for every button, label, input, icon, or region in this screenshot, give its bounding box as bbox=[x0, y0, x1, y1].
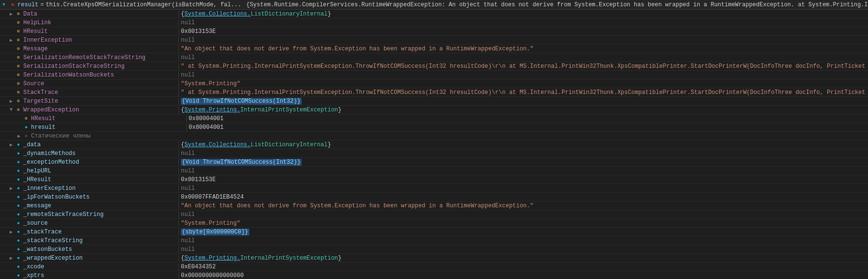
expand-btn[interactable]: ▶ bbox=[8, 37, 15, 43]
tree-row[interactable]: ▶⚙ InnerException null bbox=[0, 36, 868, 45]
field-name: TargetSite bbox=[23, 98, 178, 105]
field-value: {System.Printing.InternalPrintSystemExce… bbox=[181, 255, 341, 262]
tree-row[interactable]: ⚙ Source "System.Printing" bbox=[0, 79, 868, 88]
tree-row[interactable]: ◆ _source "System.Printing" bbox=[0, 219, 868, 228]
tree-row[interactable]: ▶◆ _data {System.Collections.ListDiction… bbox=[0, 140, 868, 149]
expand-btn[interactable]: ▶ bbox=[8, 255, 15, 261]
property-icon: ⚙ bbox=[15, 89, 22, 96]
expand-btn[interactable]: ▶ bbox=[8, 142, 15, 148]
field-name: _exceptionMethod bbox=[23, 159, 178, 166]
tree-row[interactable]: ⚙ HResult 0x8013153E bbox=[0, 27, 868, 36]
tree-row[interactable]: ⚙ StackTrace " at System.Printing.Intern… bbox=[0, 88, 868, 97]
tree-row[interactable]: ▶⚙ TargetSite {Void ThrowIfNotCOMSuccess… bbox=[0, 97, 868, 106]
expand-btn[interactable]: ▶ bbox=[8, 11, 15, 17]
property-icon: ⚙ bbox=[15, 28, 22, 35]
exception-text: {System.Runtime.CompilerServices.Runtime… bbox=[242, 1, 868, 8]
expand-btn[interactable]: ▶ bbox=[16, 133, 22, 139]
field-icon: ◆ bbox=[22, 124, 30, 131]
field-value: "System.Printing" bbox=[181, 80, 240, 87]
tree-row[interactable]: ◆ _ipForWatsonBuckets 0x00007FFAD1EB4524 bbox=[0, 193, 868, 202]
field-value-col: null bbox=[178, 72, 868, 78]
debugger-window: ▼ ✕ result = this.CreateXpsOMSerializati… bbox=[0, 0, 868, 279]
error-icon: ✕ bbox=[9, 1, 16, 8]
field-value: 0x8013153E bbox=[181, 28, 216, 35]
field-name: _HResult bbox=[23, 176, 178, 183]
property-icon: ⚙ bbox=[15, 63, 22, 70]
field-value-col: {Void ThrowIfNotCOMSuccess(Int32)} bbox=[178, 159, 868, 166]
tree-row[interactable]: ◆ _stackTraceString null bbox=[0, 236, 868, 245]
property-icon: ⚙ bbox=[22, 115, 30, 122]
field-value-col: "System.Printing" bbox=[178, 220, 868, 227]
field-name: SerializationWatsonBuckets bbox=[23, 72, 178, 78]
tree-row[interactable]: ◆ _xcode 0xE0434352 bbox=[0, 263, 868, 271]
field-value: 0x8013153E bbox=[181, 176, 216, 183]
field-name: _source bbox=[23, 220, 178, 227]
field-value: 0xE0434352 bbox=[181, 264, 216, 270]
field-name: _remoteStackTraceString bbox=[23, 211, 178, 218]
field-value-col: 0x80004001 bbox=[186, 124, 868, 131]
tree-row[interactable]: ▶◆ _stackTrace {sbyte[0x000000C0]} bbox=[0, 228, 868, 236]
field-value-col: " at System.Printing.InternalPrintSystem… bbox=[178, 89, 868, 96]
field-value-col: null bbox=[178, 211, 868, 218]
field-value-col: 0x0000000000000000 bbox=[178, 272, 868, 279]
tree-row[interactable]: ◆ _helpURL null bbox=[0, 167, 868, 175]
field-value: null bbox=[181, 54, 195, 61]
property-icon: ⚙ bbox=[15, 11, 22, 17]
field-name: SerializationRemoteStackTraceString bbox=[23, 54, 178, 61]
tree-row[interactable]: ◆ _remoteStackTraceString null bbox=[0, 210, 868, 219]
field-value: null bbox=[181, 19, 195, 26]
field-name: _helpURL bbox=[23, 168, 178, 174]
tree-row[interactable]: ▶◆ _innerException null bbox=[0, 184, 868, 193]
field-name: WrappedException bbox=[23, 107, 178, 113]
field-value: null bbox=[181, 168, 195, 174]
field-name: _watsonBuckets bbox=[23, 246, 178, 253]
field-icon: ◆ bbox=[15, 237, 22, 244]
field-icon: ◆ bbox=[15, 168, 22, 174]
field-value-col: {System.Printing.InternalPrintSystemExce… bbox=[178, 107, 868, 113]
field-name: HResult bbox=[31, 115, 186, 122]
expand-icon[interactable]: ▼ bbox=[0, 1, 8, 8]
field-value-col: 0x80004001 bbox=[186, 115, 868, 122]
field-value: {Void ThrowIfNotCOMSuccess(Int32)} bbox=[181, 159, 302, 166]
field-icon: ◆ bbox=[15, 150, 22, 157]
tree-row[interactable]: ◆ _watsonBuckets null bbox=[0, 245, 868, 254]
field-value: null bbox=[181, 72, 195, 78]
tree-row[interactable]: ⚙ SerializationRemoteStackTraceString nu… bbox=[0, 53, 868, 62]
field-value-col: null bbox=[178, 54, 868, 61]
expand-btn[interactable]: ▼ bbox=[8, 107, 15, 112]
field-value-col: null bbox=[178, 246, 868, 253]
property-icon: ⚙ bbox=[15, 107, 22, 113]
field-value: 0x80004001 bbox=[189, 124, 224, 131]
tree-row[interactable]: ▶◇ Статические члены bbox=[0, 132, 868, 140]
tree-row[interactable]: ◆ hresult 0x80004001 bbox=[0, 123, 868, 132]
property-icon: ⚙ bbox=[15, 37, 22, 44]
field-name: _xcode bbox=[23, 264, 178, 270]
tree-row[interactable]: ⚙ HResult 0x80004001 bbox=[0, 114, 868, 123]
tree-row[interactable]: ▶⚙ Data {System.Collections.ListDictiona… bbox=[0, 10, 868, 18]
field-value-col: 0x8013153E bbox=[178, 28, 868, 35]
field-value-col: "System.Printing" bbox=[178, 80, 868, 87]
field-icon: ◆ bbox=[15, 202, 22, 209]
field-name: _message bbox=[23, 202, 178, 209]
tree-container: ▶⚙ Data {System.Collections.ListDictiona… bbox=[0, 10, 868, 279]
tree-row[interactable]: ▼⚙ WrappedException {System.Printing.Int… bbox=[0, 106, 868, 114]
property-icon: ⚙ bbox=[15, 72, 22, 78]
tree-row[interactable]: ⚙ HelpLink null bbox=[0, 18, 868, 27]
tree-row[interactable]: ⚙ Message "An object that does not deriv… bbox=[0, 45, 868, 53]
tree-row[interactable]: ◆ _HResult 0x8013153E bbox=[0, 175, 868, 184]
expand-btn[interactable]: ▶ bbox=[8, 98, 15, 104]
tree-row[interactable]: ◆ _exceptionMethod {Void ThrowIfNotCOMSu… bbox=[0, 158, 868, 167]
result-var-name: result bbox=[16, 1, 39, 8]
tree-row[interactable]: ⚙ SerializationStackTraceString " at Sys… bbox=[0, 62, 868, 71]
field-name: _stackTrace bbox=[23, 229, 178, 235]
field-value: {System.Collections.ListDictionaryIntern… bbox=[181, 141, 331, 148]
field-value: null bbox=[181, 246, 195, 253]
tree-row[interactable]: ◆ _xptrs 0x0000000000000000 bbox=[0, 271, 868, 279]
property-icon: ⚙ bbox=[15, 54, 22, 61]
tree-row[interactable]: ◆ _message "An object that does not deri… bbox=[0, 202, 868, 210]
expand-btn[interactable]: ▶ bbox=[8, 229, 15, 235]
tree-row[interactable]: ◆ _dynamicMethods null bbox=[0, 149, 868, 158]
expand-btn[interactable]: ▶ bbox=[8, 186, 15, 191]
tree-row[interactable]: ⚙ SerializationWatsonBuckets null bbox=[0, 71, 868, 79]
tree-row[interactable]: ▶◆ _wrappedException {System.Printing.In… bbox=[0, 254, 868, 263]
